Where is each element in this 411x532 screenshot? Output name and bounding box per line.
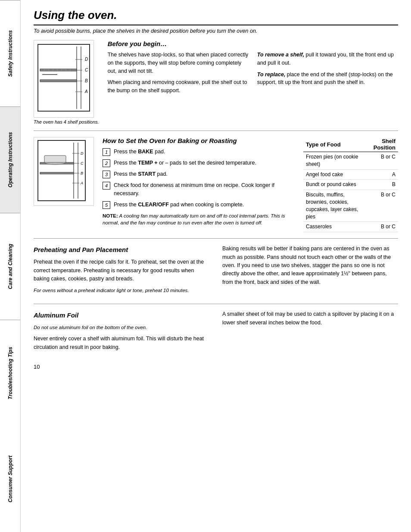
shelf-position-cell: B or C (367, 222, 398, 232)
step-3: 3 Press the START pad. (103, 170, 295, 178)
page-number: 10 (34, 364, 398, 370)
before-begin-col1: The shelves have stop-locks, so that whe… (108, 51, 249, 98)
shelf-image-wrapper: D C B A (34, 40, 99, 124)
svg-rect-0 (38, 44, 90, 111)
svg-text:A: A (80, 181, 83, 185)
food-table-row: Biscuits, muffins, brownies, cookies, cu… (303, 190, 398, 222)
section-preheating: Preheating and Pan Placement Preheat the… (34, 245, 398, 298)
preheat-col2: Baking results will be better if baking … (222, 245, 398, 298)
steps-list: 1 Press the BAKE pad. 2 Press the TEMP +… (103, 148, 295, 209)
svg-rect-35 (44, 156, 66, 162)
step-2: 2 Press the TEMP + or – pads to set the … (103, 159, 295, 167)
divider-3 (34, 304, 398, 304)
shelf-position-header: Shelf Position (367, 137, 398, 152)
page-title: Using the oven. (34, 9, 398, 25)
note-text: NOTE: A cooling fan may automatically tu… (103, 212, 295, 227)
sidebar-item-troubleshooting[interactable]: Troubleshooting Tips (0, 320, 20, 426)
oven-instructions: How to Set the Oven for Baking or Roasti… (103, 137, 295, 232)
food-type-cell: Casseroles (303, 222, 367, 232)
before-begin-col2: To remove a shelf, pull it toward you, t… (257, 51, 398, 98)
foil-heading: Aluminum Foil (34, 310, 209, 320)
before-begin-p1: The shelves have stop-locks, so that whe… (108, 51, 249, 75)
divider-2 (34, 238, 398, 239)
food-table-row: Frozen pies (on cookie sheet)B or C (303, 152, 398, 170)
before-begin-p2: When placing and removing cookware, pull… (108, 78, 249, 95)
svg-text:D: D (81, 151, 84, 156)
food-type-header: Type of Food (303, 137, 367, 152)
foil-col1: Aluminum Foil Do not use aluminum foil o… (34, 310, 209, 355)
section-before-begin: D C B A (34, 40, 398, 124)
food-type-cell: Biscuits, muffins, brownies, cookies, cu… (303, 190, 367, 222)
foil-col2: A smaller sheet of foil may be used to c… (222, 310, 398, 355)
shelf-caption: The oven has 4 shelf positions. (34, 119, 99, 124)
shelf-position-cell: A (367, 169, 398, 180)
before-begin-remove: To remove a shelf, pull it toward you, t… (257, 51, 398, 67)
shelf-position-cell: B (367, 180, 398, 190)
sidebar: Safety Instructions Operating Instructio… (0, 0, 21, 532)
foil-p2: Never entirely cover a shelf with alumin… (34, 335, 209, 352)
divider-1 (34, 131, 398, 131)
svg-text:C: C (81, 161, 84, 165)
sidebar-item-care[interactable]: Care and Cleaning (0, 213, 20, 319)
sidebar-item-safety[interactable]: Safety Instructions (0, 0, 20, 106)
before-begin-heading: Before you begin… (108, 40, 398, 47)
step-1: 1 Press the BAKE pad. (103, 148, 295, 156)
food-table-row: Bundt or pound cakesB (303, 180, 398, 190)
page-subtitle: To avoid possible burns, place the shelv… (34, 28, 398, 34)
preheat-col2-p1: Baking results will be better if baking … (222, 245, 398, 286)
foil-col2-p1: A smaller sheet of foil may be used to c… (222, 310, 398, 327)
preheat-heading: Preheating and Pan Placement (34, 245, 209, 255)
oven-image: D C B A (34, 137, 94, 206)
svg-text:A: A (84, 89, 88, 94)
svg-rect-19 (40, 80, 77, 82)
svg-text:C: C (85, 68, 88, 72)
section-how-to-set: D C B A How to Set the Oven for Baking o… (34, 137, 398, 232)
svg-text:D: D (85, 57, 88, 62)
food-table-row: CasserolesB or C (303, 222, 398, 232)
before-begin-text: Before you begin… The shelves have stop-… (108, 40, 398, 124)
preheat-p2: For ovens without a preheat indicator li… (34, 287, 209, 295)
sidebar-item-operating[interactable]: Operating Instructions (0, 106, 20, 213)
foil-p1: Do not use aluminum foil on the bottom o… (34, 324, 209, 332)
section-aluminum-foil: Aluminum Foil Do not use aluminum foil o… (34, 310, 398, 355)
food-table: Type of Food Shelf Position Frozen pies … (303, 137, 398, 232)
svg-text:B: B (85, 78, 88, 83)
how-to-set-heading: How to Set the Oven for Baking or Roasti… (103, 137, 295, 144)
preheat-p1: Preheat the oven if the recipe calls for… (34, 258, 209, 283)
svg-rect-11 (40, 69, 77, 71)
food-table-row: Angel food cakeA (303, 169, 398, 180)
sidebar-item-consumer[interactable]: Consumer Support (0, 426, 20, 532)
shelf-position-cell: B or C (367, 190, 398, 222)
step-4: 4 Check food for doneness at minimum tim… (103, 181, 295, 198)
main-content: Using the oven. To avoid possible burns,… (21, 0, 411, 532)
before-begin-replace: To replace, place the end of the shelf (… (257, 71, 398, 87)
food-type-cell: Frozen pies (on cookie sheet) (303, 152, 367, 170)
food-type-cell: Angel food cake (303, 169, 367, 180)
svg-text:B: B (81, 171, 83, 175)
shelf-image: D C B A (34, 40, 94, 118)
preheat-col1: Preheating and Pan Placement Preheat the… (34, 245, 209, 298)
food-type-cell: Bundt or pound cakes (303, 180, 367, 190)
shelf-position-cell: B or C (367, 152, 398, 170)
svg-rect-33 (40, 172, 74, 174)
step-5: 5 Press the CLEAR/OFF pad when cooking i… (103, 201, 295, 209)
